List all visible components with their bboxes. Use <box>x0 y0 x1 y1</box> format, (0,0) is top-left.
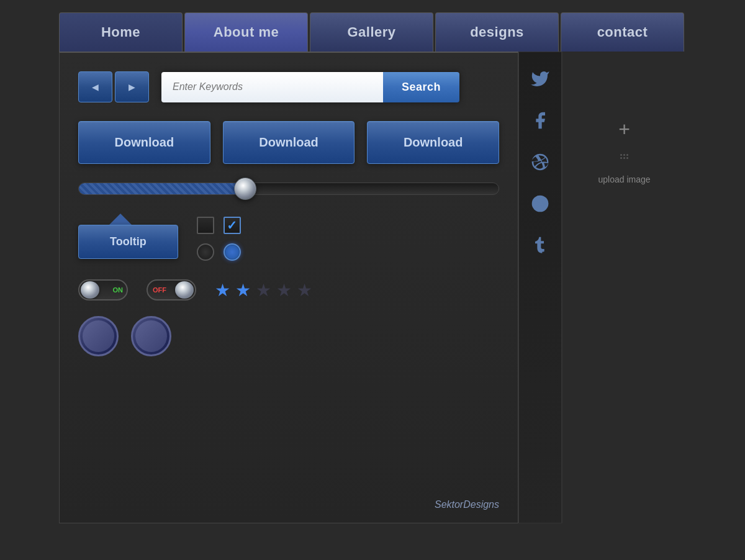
star-5[interactable]: ★ <box>297 280 312 300</box>
nav-about[interactable]: About me <box>184 12 308 52</box>
dribbble-alt-icon[interactable] <box>523 145 558 179</box>
branding-label: SektorDesigns <box>435 499 499 510</box>
prev-button[interactable]: ◀ <box>78 71 112 102</box>
checkbox-checked[interactable]: ✓ <box>224 217 241 234</box>
toggle-on-knob <box>81 281 99 299</box>
search-wrapper: Search <box>161 72 459 102</box>
slider-track <box>78 183 499 195</box>
social-sidebar <box>518 52 562 523</box>
nav-contact[interactable]: contact <box>561 12 684 52</box>
nav-designs[interactable]: designs <box>435 12 559 52</box>
radio-unchecked[interactable] <box>197 243 214 261</box>
checkbox-unchecked[interactable] <box>197 217 214 234</box>
tooltip-checkbox-row: Tooltip ✓ <box>78 214 499 261</box>
checkbox-pair: ✓ <box>197 217 241 234</box>
toggle-off[interactable]: OFF <box>147 279 196 300</box>
badge-2[interactable] <box>131 316 171 356</box>
slider-row <box>78 183 499 195</box>
nav-gallery[interactable]: Gallery <box>310 12 433 52</box>
toggle-off-label: OFF <box>153 286 166 294</box>
tumblr-icon[interactable] <box>523 228 558 262</box>
right-panel: + upload image <box>562 52 686 523</box>
search-button[interactable]: Search <box>383 72 459 102</box>
radio-checked[interactable] <box>224 243 241 261</box>
star-3[interactable]: ★ <box>256 280 271 300</box>
toggle-stars-row: ON OFF ★ ★ ★ ★ ★ <box>78 279 499 300</box>
facebook-icon[interactable] <box>523 103 558 137</box>
badge-1[interactable] <box>78 316 119 356</box>
upload-label: upload image <box>598 174 650 184</box>
toggle-on-label: ON <box>113 286 124 294</box>
nav-home[interactable]: Home <box>59 12 183 52</box>
checkbox-radio-group: ✓ <box>197 217 241 261</box>
tooltip-arrow <box>109 214 132 225</box>
download-button-3[interactable]: Download <box>367 121 499 164</box>
download-button-1[interactable]: Download <box>78 121 210 164</box>
badge-row <box>78 316 499 356</box>
star-1[interactable]: ★ <box>215 280 230 300</box>
dribbble-icon[interactable] <box>523 186 558 220</box>
download-button-2[interactable]: Download <box>223 121 355 164</box>
add-button[interactable]: + <box>609 114 640 145</box>
navigation: Home About me Gallery designs contact <box>59 0 686 52</box>
next-button[interactable]: ▶ <box>115 71 149 102</box>
star-2[interactable]: ★ <box>235 280 251 300</box>
search-row: ◀ ▶ Search <box>78 71 499 102</box>
toggle-on[interactable]: ON <box>78 279 128 300</box>
main-area: ◀ ▶ Search Download Download Download <box>59 52 686 523</box>
ui-panel: ◀ ▶ Search Download Download Download <box>59 52 518 523</box>
slider-thumb[interactable] <box>234 178 256 200</box>
nav-arrows: ◀ ▶ <box>78 71 149 102</box>
twitter-icon[interactable] <box>523 61 558 96</box>
download-row: Download Download Download <box>78 121 499 164</box>
star-4[interactable]: ★ <box>276 280 292 300</box>
slider-fill <box>79 183 238 194</box>
search-input[interactable] <box>161 72 383 102</box>
tooltip-container: Tooltip <box>78 214 178 259</box>
stars-row: ★ ★ ★ ★ ★ <box>215 280 312 300</box>
radio-pair <box>197 243 241 261</box>
toggle-off-knob <box>175 281 194 299</box>
tooltip-button[interactable]: Tooltip <box>78 225 178 259</box>
